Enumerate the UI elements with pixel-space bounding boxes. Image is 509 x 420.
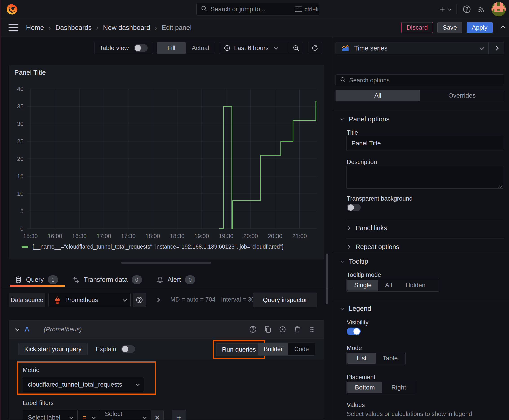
- chevron-down-icon: [341, 117, 344, 120]
- panel-title-input[interactable]: [346, 136, 503, 151]
- delete-query-icon[interactable]: [293, 325, 301, 333]
- description-textarea[interactable]: [346, 166, 503, 189]
- zoom-out-button[interactable]: [289, 42, 303, 54]
- svg-text:17:30: 17:30: [121, 233, 136, 239]
- description-label: Description: [347, 159, 377, 165]
- legend-visibility-toggle[interactable]: [347, 328, 361, 335]
- news-feed-icon[interactable]: [477, 5, 486, 14]
- explain-toggle[interactable]: [121, 345, 135, 353]
- fill-option[interactable]: Fill: [157, 42, 186, 54]
- tab-alert-label: Alert: [168, 276, 181, 283]
- transparent-bg-toggle[interactable]: [347, 204, 361, 211]
- query-stats: MD = auto = 704: [170, 296, 215, 303]
- expand-options-icon[interactable]: [156, 296, 159, 303]
- svg-text:17:00: 17:00: [97, 233, 111, 239]
- add-filter-button[interactable]: +: [172, 410, 186, 420]
- legend-header[interactable]: Legend: [341, 305, 371, 312]
- save-button[interactable]: Save: [437, 22, 462, 33]
- svg-text:15:30: 15:30: [23, 233, 38, 239]
- resize-handle[interactable]: [121, 262, 211, 264]
- breadcrumb-home[interactable]: Home: [26, 24, 44, 31]
- drag-handle-icon[interactable]: [308, 326, 316, 333]
- legend-mode-table[interactable]: Table: [376, 353, 404, 364]
- global-search[interactable]: ctrl+k: [196, 3, 319, 15]
- tooltip-mode-hidden[interactable]: Hidden: [399, 280, 432, 291]
- breadcrumb-edit-panel: Edit panel: [162, 24, 191, 31]
- description-field: [346, 166, 503, 189]
- menu-toggle-icon[interactable]: [8, 24, 18, 31]
- tab-overrides[interactable]: Overrides: [420, 90, 504, 101]
- divider: [333, 300, 509, 300]
- tab-alert[interactable]: Alert 0: [156, 270, 196, 289]
- duplicate-query-icon[interactable]: [264, 325, 272, 333]
- grafana-logo-icon[interactable]: [6, 3, 18, 15]
- panel-preview: Panel Title 15:3016:0016:3017:0017:3018:…: [9, 65, 324, 259]
- open-viz-list-button[interactable]: [488, 42, 504, 54]
- avatar[interactable]: [492, 2, 506, 16]
- label-filters-row: Select label = Select value ✕: [23, 410, 324, 420]
- operator-dropdown[interactable]: =: [77, 410, 100, 420]
- panel-links-header[interactable]: Panel links: [347, 224, 387, 232]
- panel-actions: Discard Save Apply: [401, 18, 505, 37]
- clock-icon: [224, 45, 230, 51]
- query-inspector-button[interactable]: Query inspector: [253, 292, 317, 307]
- disable-query-icon[interactable]: [279, 325, 287, 333]
- tooltip-mode-all[interactable]: All: [378, 280, 399, 291]
- chevron-down-icon: [143, 415, 147, 419]
- legend-placement-bottom[interactable]: Bottom: [347, 382, 382, 393]
- datasource-help-button[interactable]: [133, 293, 146, 307]
- breadcrumb-new-dashboard[interactable]: New dashboard: [103, 24, 150, 31]
- time-range-picker[interactable]: Last 6 hours: [219, 45, 289, 52]
- options-search[interactable]: [335, 75, 504, 86]
- tooltip-header[interactable]: Tooltip: [341, 258, 368, 265]
- add-new-button[interactable]: [439, 6, 450, 13]
- query-row-header[interactable]: A (Prometheus): [9, 320, 324, 339]
- code-option[interactable]: Code: [289, 343, 315, 355]
- svg-text:18:30: 18:30: [170, 233, 184, 239]
- legend-series-swatch[interactable]: [22, 246, 28, 248]
- select-value-dropdown[interactable]: Select value: [100, 410, 151, 420]
- datasource-picker[interactable]: Prometheus: [48, 293, 131, 307]
- legend-series-label[interactable]: {__name__="cloudflared_tunnel_total_requ…: [32, 243, 284, 250]
- collapse-query-icon[interactable]: [15, 326, 20, 331]
- query-help-icon[interactable]: [249, 325, 257, 333]
- search-input[interactable]: [211, 6, 291, 13]
- help-button[interactable]: [462, 5, 471, 14]
- table-view-toggle[interactable]: [134, 44, 148, 52]
- metric-label: Metric: [23, 367, 324, 374]
- options-search-input[interactable]: [349, 77, 500, 84]
- search-icon: [340, 76, 346, 84]
- apply-button[interactable]: Apply: [467, 22, 493, 33]
- remove-filter-button[interactable]: ✕: [151, 410, 164, 420]
- legend-mode-list[interactable]: List: [347, 353, 376, 364]
- builder-option[interactable]: Builder: [258, 343, 289, 355]
- timeseries-icon: [341, 44, 350, 52]
- divider: [346, 238, 504, 239]
- select-label-dropdown[interactable]: Select label: [23, 410, 78, 420]
- time-series-chart[interactable]: 15:3016:0016:3017:0017:3018:0018:3019:00…: [9, 65, 324, 242]
- visualization-current[interactable]: Time series: [336, 44, 488, 52]
- tooltip-mode-single[interactable]: Single: [347, 280, 378, 291]
- run-queries-button[interactable]: Run queries: [216, 343, 262, 356]
- kickstart-button[interactable]: Kick start your query: [18, 343, 88, 355]
- divider: [333, 110, 509, 110]
- transform-icon: [73, 276, 80, 283]
- grafana-edit-panel-page: ctrl+k: [0, 0, 509, 420]
- search-icon: [201, 5, 207, 14]
- collapse-options-button[interactable]: [502, 26, 505, 29]
- bell-icon: [156, 276, 164, 283]
- legend-placement-right[interactable]: Right: [382, 382, 415, 393]
- metric-select[interactable]: cloudflared_tunnel_total_requests: [23, 377, 144, 392]
- repeat-options-header[interactable]: Repeat options: [347, 243, 399, 251]
- tab-transform[interactable]: Transform data 0: [73, 270, 142, 289]
- panel-options-header[interactable]: Panel options: [341, 115, 390, 123]
- tooltip-mode-segmented: Single All Hidden: [346, 279, 439, 292]
- discard-button[interactable]: Discard: [401, 22, 433, 33]
- refresh-button[interactable]: [308, 42, 322, 54]
- resize-corner-icon[interactable]: [498, 184, 502, 188]
- actual-option[interactable]: Actual: [186, 42, 215, 54]
- svg-text:40: 40: [17, 85, 23, 92]
- breadcrumb-dashboards[interactable]: Dashboards: [55, 24, 92, 31]
- visualization-picker[interactable]: Time series: [335, 42, 504, 54]
- tab-all[interactable]: All: [336, 90, 420, 101]
